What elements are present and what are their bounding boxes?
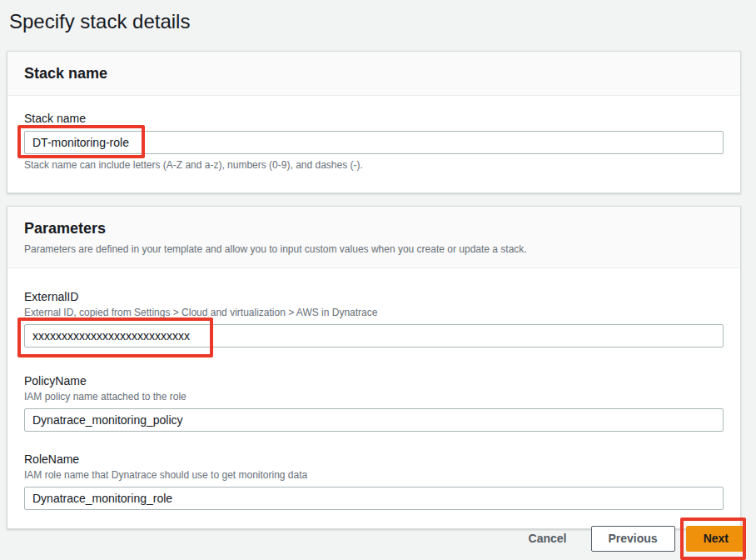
external-id-label: ExternalID xyxy=(24,290,724,303)
external-id-description: External ID, copied from Settings > Clou… xyxy=(24,307,724,318)
external-id-input[interactable] xyxy=(24,324,724,348)
stack-name-label: Stack name xyxy=(24,112,724,125)
page-title: Specify stack details xyxy=(0,0,756,33)
role-name-input[interactable] xyxy=(24,487,724,510)
wizard-footer: Cancel Previous Next xyxy=(520,526,746,552)
stack-name-field: Stack name Stack name can include letter… xyxy=(24,112,724,171)
role-name-field: RoleName IAM role name that Dynatrace sh… xyxy=(24,452,724,510)
parameters-card: Parameters Parameters are defined in you… xyxy=(7,206,741,529)
policy-name-label: PolicyName xyxy=(24,374,724,388)
stack-name-card-header: Stack name xyxy=(7,52,740,96)
role-name-description: IAM role name that Dynatrace should use … xyxy=(24,469,724,481)
stack-name-helper-text: Stack name can include letters (A-Z and … xyxy=(24,159,724,171)
policy-name-input[interactable] xyxy=(24,408,724,432)
role-name-label: RoleName xyxy=(24,452,724,466)
stack-name-card: Stack name Stack name Stack name can inc… xyxy=(7,51,741,193)
parameters-section-title: Parameters xyxy=(24,220,724,238)
cancel-button[interactable]: Cancel xyxy=(520,526,576,552)
stack-name-input[interactable] xyxy=(24,131,724,154)
next-button[interactable]: Next xyxy=(686,526,746,552)
parameters-card-header: Parameters Parameters are defined in you… xyxy=(7,207,740,268)
parameters-section-description: Parameters are defined in your template … xyxy=(24,243,724,255)
parameters-card-body: ExternalID External ID, copied from Sett… xyxy=(7,268,740,528)
stack-name-section-title: Stack name xyxy=(24,65,724,82)
policy-name-field: PolicyName IAM policy name attached to t… xyxy=(24,374,724,432)
stack-name-card-body: Stack name Stack name can include letter… xyxy=(7,96,740,192)
external-id-field: ExternalID External ID, copied from Sett… xyxy=(24,290,724,348)
previous-button[interactable]: Previous xyxy=(591,526,675,552)
policy-name-description: IAM policy name attached to the role xyxy=(24,391,724,402)
